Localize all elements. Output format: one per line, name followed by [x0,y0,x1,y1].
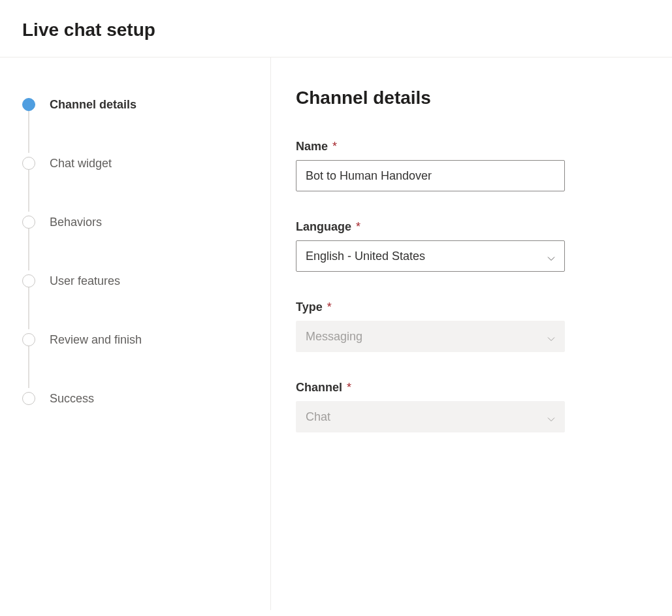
step-label: Success [50,392,94,406]
main-panel: Channel details Name * Language * Englis… [271,57,672,610]
page-title: Live chat setup [22,20,672,41]
step-chat-widget[interactable]: Chat widget [22,155,270,171]
required-marker: * [327,300,332,314]
page-header: Live chat setup [0,0,672,57]
select-value: English - United States [306,250,425,263]
type-select: Messaging [296,321,565,352]
step-circle-icon [22,392,35,405]
step-connector [28,346,29,388]
label-text: Type [296,300,323,314]
step-review-and-finish[interactable]: Review and finish [22,332,270,348]
step-label: Chat widget [50,157,112,170]
label-text: Name [296,140,328,153]
step-channel-details[interactable]: Channel details [22,97,270,112]
field-type: Type * Messaging [296,300,672,352]
step-circle-icon [22,274,35,287]
content-area: Channel details Chat widget Behaviors Us… [0,57,672,610]
required-marker: * [347,381,351,394]
language-select[interactable]: English - United States [296,240,565,272]
type-label: Type * [296,300,672,314]
field-channel: Channel * Chat [296,381,672,432]
step-success[interactable]: Success [22,391,270,406]
required-marker: * [332,140,337,153]
select-value: Chat [306,410,330,424]
step-circle-icon [22,333,35,346]
chevron-down-icon [547,413,555,421]
step-circle-icon [22,157,35,170]
step-connector [28,111,29,153]
channel-select: Chat [296,401,565,432]
section-title: Channel details [296,88,672,108]
step-connector [28,287,29,329]
step-label: Channel details [50,98,136,112]
step-user-features[interactable]: User features [22,273,270,289]
step-connector [28,170,29,212]
wizard-sidebar: Channel details Chat widget Behaviors Us… [0,57,271,610]
label-text: Channel [296,381,342,394]
name-input[interactable] [296,160,565,191]
select-value: Messaging [306,330,362,344]
chevron-down-icon [547,332,555,340]
step-connector [28,229,29,270]
step-circle-icon [22,216,35,229]
label-text: Language [296,220,351,233]
step-circle-icon [22,98,35,111]
step-label: Review and finish [50,333,142,347]
language-label: Language * [296,220,672,234]
wizard-steps: Channel details Chat widget Behaviors Us… [22,97,270,406]
field-language: Language * English - United States [296,220,672,272]
step-behaviors[interactable]: Behaviors [22,214,270,230]
field-name: Name * [296,140,672,191]
chevron-down-icon [547,252,555,260]
channel-label: Channel * [296,381,672,395]
step-label: User features [50,274,120,288]
name-label: Name * [296,140,672,154]
step-label: Behaviors [50,216,102,229]
required-marker: * [356,220,360,233]
